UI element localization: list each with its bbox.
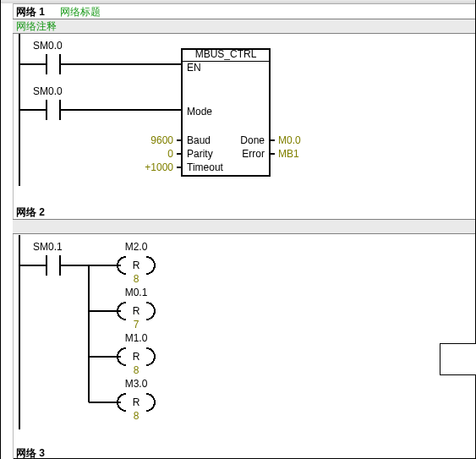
network2-comment-bar (13, 219, 475, 234)
pin-en: EN (187, 62, 201, 74)
val-error: MB1 (278, 148, 299, 160)
coil-1-op: R (133, 260, 140, 271)
coil-1: M2.0 R 8 (89, 241, 155, 285)
network2-ladder: SM0.1 M2.0 R 8 M0.1 R 7 M1.0 R (13, 235, 469, 438)
n1-contact1-address: SM0.0 (33, 40, 63, 52)
network1-label: 网络 1 (13, 5, 45, 19)
editor-left-rail (1, 3, 14, 459)
network3-label: 网络 3 (13, 446, 45, 460)
network1-comment-bar: 网络注释 (13, 19, 475, 34)
network1-ladder: SM0.0 SM0.0 MBUS_CTRL EN Mode Baud Parit… (13, 34, 469, 194)
coil-4-op: R (133, 396, 140, 408)
val-done: M0.0 (278, 134, 301, 146)
coil-3-op: R (133, 351, 140, 363)
coil-4: M3.0 R 8 (89, 378, 155, 422)
pin-timeout: Timeout (187, 161, 224, 173)
network1-comment: 网络注释 (13, 19, 475, 33)
n2-contact-address: SM0.1 (33, 241, 63, 253)
coil-2-count: 7 (134, 319, 140, 331)
coil-1-count: 8 (134, 273, 140, 285)
coil-1-address: M2.0 (125, 241, 148, 253)
network3-header: 网络 3 (13, 446, 475, 459)
coil-2-address: M0.1 (125, 287, 148, 298)
pin-mode: Mode (187, 106, 212, 117)
val-timeout: +1000 (145, 161, 173, 173)
network2-label: 网络 2 (13, 205, 45, 220)
coil-4-address: M3.0 (125, 378, 148, 390)
network2-header: 网络 2 (13, 205, 475, 219)
coil-3-count: 8 (134, 364, 140, 376)
pin-baud: Baud (187, 134, 211, 146)
n1-contact2-address: SM0.0 (33, 85, 63, 97)
coil-3: M1.0 R 8 (89, 332, 155, 376)
pin-parity: Parity (187, 148, 213, 160)
coil-2: M0.1 R 7 (89, 287, 155, 331)
pin-done: Done (240, 134, 265, 146)
val-baud: 9600 (150, 134, 173, 146)
coil-4-count: 8 (134, 410, 140, 422)
block-title: MBUS_CTRL (195, 48, 257, 60)
val-parity: 0 (167, 148, 173, 160)
coil-3-address: M1.0 (125, 332, 148, 344)
network1-title: 网络标题 (60, 5, 101, 19)
offscreen-block (440, 343, 476, 375)
coil-2-op: R (133, 305, 140, 317)
network1-header: 网络 1 网络标题 (13, 5, 475, 19)
pin-error: Error (242, 148, 265, 160)
